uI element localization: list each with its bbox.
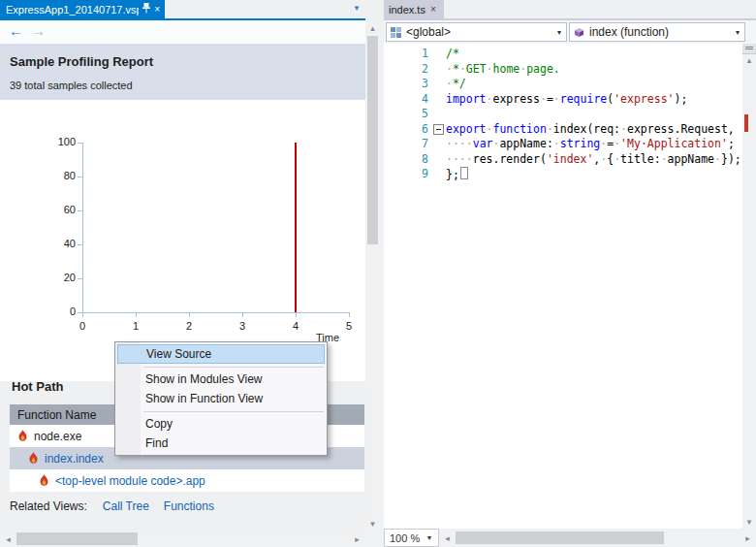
code-token: · xyxy=(553,92,560,106)
document-tab-index-ts[interactable]: index.ts × xyxy=(384,0,444,18)
code-token: ···· xyxy=(446,137,473,150)
code-token: · xyxy=(446,62,453,76)
y-axis-tick-label: 20 xyxy=(45,272,76,283)
horizontal-scrollbar-left[interactable]: ◂ ▸ xyxy=(0,531,365,547)
close-icon[interactable]: × xyxy=(430,5,436,15)
line-number: 8 xyxy=(395,152,428,166)
menu-separator xyxy=(143,411,324,412)
code-token: function xyxy=(492,122,546,136)
x-axis-tick-label: 1 xyxy=(126,320,145,332)
tab-title: ExpressApp1_20140717.vspx xyxy=(6,4,139,16)
close-icon[interactable]: × xyxy=(154,5,160,15)
x-tick-mark xyxy=(349,313,350,317)
code-editor[interactable]: 123456789 /*·*·GET·home·page.·*/import·e… xyxy=(384,44,742,529)
scroll-down-button[interactable]: ▾ xyxy=(742,515,756,529)
scroll-right-button[interactable]: ▸ xyxy=(349,531,365,547)
scrollbar-thumb[interactable] xyxy=(367,36,378,244)
code-token: ···· xyxy=(446,152,473,166)
scroll-left-button[interactable]: ◂ xyxy=(439,529,456,547)
scrollbar-thumb[interactable] xyxy=(16,532,138,545)
collapse-toggle[interactable] xyxy=(433,124,444,135)
code-token: * xyxy=(453,62,459,76)
code-token: */ xyxy=(453,77,466,90)
scroll-right-button[interactable]: ▸ xyxy=(740,529,756,547)
zoom-dropdown[interactable]: 100 % ▾ xyxy=(384,529,439,547)
x-axis-tick-label: 3 xyxy=(233,320,252,332)
chevron-down-icon: ▾ xyxy=(423,533,436,542)
report-toolbar: ← → xyxy=(0,20,365,44)
menu-item[interactable]: Copy xyxy=(115,414,327,434)
hot-path-row[interactable]: <top-level module code>.app xyxy=(10,469,364,492)
code-line: /* xyxy=(446,47,459,60)
code-token: appName xyxy=(668,152,714,166)
code-line: ····var·appName:·string·=·'My·Applicatio… xyxy=(446,137,735,150)
code-token: home xyxy=(493,62,520,76)
collapse-minus-icon xyxy=(436,129,441,130)
related-view-link[interactable]: Call Tree xyxy=(103,499,149,513)
x-tick-mark xyxy=(189,313,190,317)
vertical-scrollbar-right[interactable]: ▴ ▾ xyxy=(742,44,756,529)
flame-icon xyxy=(39,474,49,487)
scope-dropdown[interactable]: <global> ▾ xyxy=(386,22,567,42)
back-button[interactable]: ← xyxy=(9,22,23,39)
code-token: appName: xyxy=(499,137,552,150)
code-line: ·*·GET·home·page. xyxy=(446,62,560,76)
code-token: · xyxy=(620,122,627,136)
code-token: 'express' xyxy=(614,92,674,106)
hot-path-function-name[interactable]: index.index xyxy=(45,452,104,466)
code-token: ; xyxy=(728,137,735,150)
error-indicator xyxy=(744,114,748,132)
menu-item[interactable]: Find xyxy=(115,434,327,453)
member-dropdown[interactable]: index (function) ▾ xyxy=(569,22,745,42)
code-token: index(req: xyxy=(553,122,620,136)
line-number: 3 xyxy=(395,77,428,90)
scroll-up-button[interactable]: ▴ xyxy=(365,20,380,35)
code-token: · xyxy=(540,92,547,106)
code-token: /* xyxy=(446,47,459,60)
code-token: string xyxy=(560,137,601,150)
menu-item[interactable]: View Source xyxy=(117,344,325,364)
pin-icon[interactable] xyxy=(142,3,150,16)
y-tick-mark xyxy=(78,177,82,177)
scroll-up-button[interactable]: ▴ xyxy=(742,53,756,67)
scroll-down-button[interactable]: ▾ xyxy=(365,516,380,531)
code-token: · xyxy=(661,152,668,166)
flame-icon xyxy=(17,430,28,442)
related-view-link[interactable]: Functions xyxy=(164,499,214,513)
flame-icon xyxy=(28,452,39,465)
line-number: 4 xyxy=(395,92,428,106)
code-line: import·express·=·require('express'); xyxy=(446,92,687,106)
vertical-scrollbar-left[interactable]: ▴ ▾ xyxy=(365,20,380,531)
tab-overflow-icon[interactable]: ▼ xyxy=(353,4,361,13)
x-tick-mark xyxy=(136,313,137,317)
y-tick-mark xyxy=(78,143,82,144)
code-token: · xyxy=(547,122,553,136)
forward-button[interactable]: → xyxy=(31,22,46,39)
code-token: GET xyxy=(466,62,487,76)
code-token: 'index' xyxy=(547,152,593,166)
method-icon xyxy=(574,27,584,38)
report-subtitle: 39 total samples collected xyxy=(10,80,133,91)
hot-path-function-name: node.exe xyxy=(34,430,81,443)
related-views-label: Related Views: xyxy=(10,499,87,513)
scrollbar-thumb[interactable] xyxy=(456,531,664,544)
code-token: · xyxy=(714,152,721,166)
code-token: import xyxy=(446,92,487,106)
menu-item[interactable]: Show in Modules View xyxy=(115,370,327,389)
scroll-left-button[interactable]: ◂ xyxy=(0,531,16,547)
profiling-report-pane: ExpressApp1_20140717.vspx × ▼ ← → Sample… xyxy=(0,0,380,547)
code-token: · xyxy=(553,137,560,150)
code-token: 'My·Application' xyxy=(620,137,728,150)
hot-path-function-name[interactable]: <top-level module code>.app xyxy=(55,474,205,488)
line-number: 7 xyxy=(395,137,428,150)
code-token: var xyxy=(473,137,493,150)
scrollbar-corner xyxy=(365,531,380,547)
editor-bottom-bar: 100 % ▾ ◂ ▸ xyxy=(384,529,756,547)
code-token: page. xyxy=(526,62,560,76)
code-line: export·function·index(req:·express.Reque… xyxy=(446,122,735,136)
document-tab-profiling[interactable]: ExpressApp1_20140717.vspx × xyxy=(0,0,165,18)
code-token: ); xyxy=(674,92,687,106)
related-views-links: Call TreeFunctions xyxy=(103,499,214,513)
menu-item[interactable]: Show in Function View xyxy=(115,389,327,408)
report-title: Sample Profiling Report xyxy=(10,54,153,69)
